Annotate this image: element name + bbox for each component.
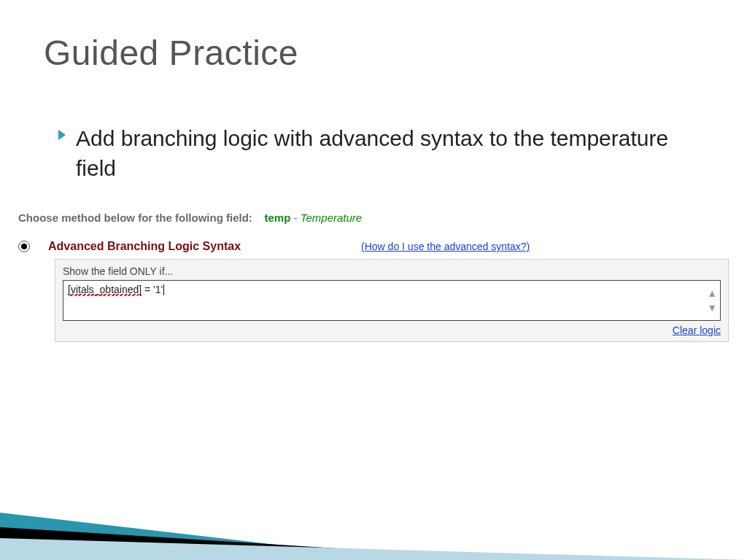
chevron-up-icon: ▲ xyxy=(707,288,717,298)
svg-marker-1 xyxy=(0,527,525,560)
text-caret-icon xyxy=(163,284,164,295)
panel-caption: Show the field ONLY if... xyxy=(63,265,721,277)
dash: - xyxy=(294,211,298,224)
field-description: Temperature xyxy=(301,211,363,224)
branching-logic-form: Choose method below for the following fi… xyxy=(18,211,729,342)
decorative-wedge-icon xyxy=(0,429,747,560)
svg-marker-0 xyxy=(0,513,409,560)
spellcheck-wavy-icon xyxy=(68,294,142,296)
chevron-down-icon: ▼ xyxy=(707,303,717,313)
choose-method-line: Choose method below for the following fi… xyxy=(18,211,729,224)
slide-title: Guided Practice xyxy=(44,33,298,73)
branching-logic-input[interactable]: [vitals_obtained] = '1' ▲ ▼ xyxy=(63,280,721,321)
logic-panel: Show the field ONLY if... [vitals_obtain… xyxy=(55,259,729,342)
advanced-syntax-help-link[interactable]: (How do I use the advanced syntax?) xyxy=(361,241,530,252)
logic-variable-token: [vitals_obtained] xyxy=(68,284,142,295)
svg-marker-2 xyxy=(0,538,747,560)
advanced-syntax-radio[interactable] xyxy=(18,241,30,252)
choose-lead: Choose method below for the following fi… xyxy=(18,211,252,224)
triangle-bullet-icon xyxy=(58,130,66,140)
radio-dot-icon xyxy=(21,244,27,249)
bullet-item: Add branching logic with advanced syntax… xyxy=(58,124,703,183)
field-name: temp xyxy=(265,211,291,224)
textarea-spinner[interactable]: ▲ ▼ xyxy=(707,288,717,313)
advanced-syntax-label: Advanced Branching Logic Syntax xyxy=(48,240,241,253)
clear-logic-link[interactable]: Clear logic xyxy=(673,324,721,336)
syntax-option-row: Advanced Branching Logic Syntax (How do … xyxy=(18,240,729,253)
bullet-text: Add branching logic with advanced syntax… xyxy=(76,124,703,183)
logic-rest: = '1' xyxy=(142,284,163,295)
